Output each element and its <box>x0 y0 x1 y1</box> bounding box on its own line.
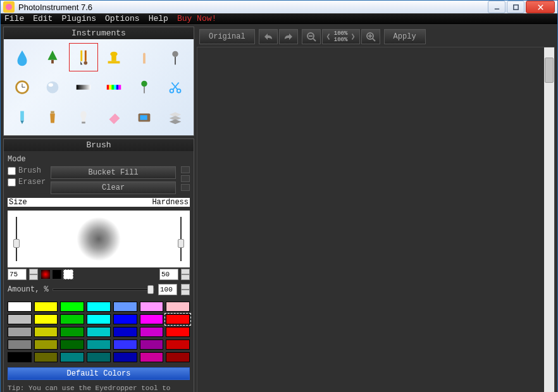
redo-button[interactable] <box>279 29 298 44</box>
color-swatch[interactable] <box>87 340 111 350</box>
brush-checkbox[interactable] <box>8 167 16 175</box>
instrument-marker[interactable] <box>8 103 37 132</box>
color-swatch[interactable] <box>8 340 32 350</box>
hardness-spinner[interactable] <box>181 269 190 280</box>
menu-options[interactable]: Options <box>105 14 140 23</box>
apply-button[interactable]: Apply <box>384 29 426 44</box>
menu-plugins[interactable]: Plugins <box>61 14 96 23</box>
canvas-area[interactable] <box>197 47 555 392</box>
instrument-scissors[interactable] <box>161 73 190 101</box>
default-colors-button[interactable]: Default Colors <box>8 367 190 380</box>
eraser-checkbox[interactable] <box>8 178 16 187</box>
color-swatch[interactable] <box>140 340 164 350</box>
maximize-button[interactable] <box>507 1 524 13</box>
size-input[interactable] <box>8 269 27 280</box>
color-swatch[interactable] <box>140 352 164 362</box>
instrument-brush[interactable] <box>69 43 98 71</box>
color-swatch[interactable] <box>166 314 190 324</box>
instruments-title: Instruments <box>4 27 194 39</box>
color-swatch[interactable] <box>34 340 58 350</box>
instrument-tree[interactable] <box>38 43 67 71</box>
color-swatch[interactable] <box>34 327 58 337</box>
mode-stepper[interactable] <box>181 166 190 191</box>
color-swatch[interactable] <box>166 302 190 312</box>
instrument-stamp[interactable] <box>99 43 128 71</box>
size-slider[interactable] <box>16 217 17 261</box>
stroke-hard-icon[interactable] <box>52 269 62 279</box>
color-swatch[interactable] <box>8 314 32 324</box>
amount-spinner[interactable] <box>181 284 190 295</box>
color-swatch[interactable] <box>113 327 137 337</box>
instrument-pin[interactable] <box>161 43 190 71</box>
color-swatch[interactable] <box>166 340 190 350</box>
color-swatch[interactable] <box>87 302 111 312</box>
color-swatch[interactable] <box>8 302 32 312</box>
color-swatch[interactable] <box>60 314 84 324</box>
original-button[interactable]: Original <box>199 29 255 44</box>
color-swatch[interactable] <box>60 327 84 337</box>
zoom-in-button[interactable] <box>361 29 380 44</box>
zoom-reset-button[interactable]: 100%100% <box>322 29 360 44</box>
stroke-none-icon[interactable] <box>63 269 73 279</box>
instrument-pushpin[interactable] <box>130 73 159 101</box>
color-swatch[interactable] <box>60 340 84 350</box>
color-swatch[interactable] <box>87 314 111 324</box>
bucket-fill-button[interactable]: Bucket Fill <box>51 166 176 179</box>
color-swatch[interactable] <box>140 314 164 324</box>
undo-button[interactable] <box>259 29 278 44</box>
menu-file[interactable]: File <box>4 14 24 23</box>
clear-button[interactable]: Clear <box>51 181 176 194</box>
color-swatch[interactable] <box>60 302 84 312</box>
menu-help[interactable]: Help <box>149 14 168 23</box>
menu-edit[interactable]: Edit <box>33 14 53 23</box>
svg-point-25 <box>142 81 147 87</box>
color-swatch[interactable] <box>34 302 58 312</box>
instrument-bottle[interactable] <box>38 103 67 132</box>
color-swatch[interactable] <box>166 352 190 362</box>
amount-input[interactable] <box>158 284 177 295</box>
instrument-rainbow[interactable] <box>99 73 128 101</box>
instrument-gradient[interactable] <box>69 73 98 101</box>
color-swatch[interactable] <box>8 327 32 337</box>
hardness-slider[interactable] <box>180 217 182 261</box>
close-button[interactable] <box>526 1 555 13</box>
color-swatch[interactable] <box>113 340 137 350</box>
color-swatch[interactable] <box>140 302 164 312</box>
color-swatch[interactable] <box>140 327 164 337</box>
instrument-layers[interactable] <box>161 103 190 132</box>
instrument-bulb[interactable] <box>69 103 98 132</box>
menu-buy-now[interactable]: Buy Now! <box>177 14 216 23</box>
zoom-out-button[interactable] <box>302 29 321 44</box>
instrument-sphere[interactable] <box>38 73 67 101</box>
color-swatch[interactable] <box>113 352 137 362</box>
color-swatch[interactable] <box>87 352 111 362</box>
svg-line-37 <box>313 39 316 41</box>
color-swatch[interactable] <box>87 327 111 337</box>
color-swatch[interactable] <box>166 327 190 337</box>
brush-checkbox-row[interactable]: Brush <box>8 166 46 175</box>
color-swatch[interactable] <box>8 352 32 362</box>
svg-rect-1 <box>513 4 518 9</box>
hardness-input[interactable] <box>159 269 178 280</box>
instrument-eraser[interactable] <box>99 103 128 132</box>
color-swatch[interactable] <box>60 352 84 362</box>
minimize-button[interactable] <box>488 1 505 13</box>
instrument-finger[interactable] <box>130 43 159 71</box>
stroke-type-swatches <box>40 269 73 279</box>
vertical-scrollbar[interactable] <box>544 47 554 392</box>
instrument-tv[interactable] <box>130 103 159 132</box>
color-swatch[interactable] <box>113 314 137 324</box>
instrument-drop[interactable] <box>8 43 37 71</box>
amount-slider[interactable] <box>53 288 154 291</box>
color-swatch[interactable] <box>34 352 58 362</box>
size-spinner[interactable] <box>29 269 38 280</box>
stroke-soft-icon[interactable] <box>40 269 51 279</box>
svg-rect-8 <box>108 61 120 63</box>
eraser-checkbox-row[interactable]: Eraser <box>8 178 46 187</box>
instrument-clock[interactable] <box>8 73 37 101</box>
color-swatch[interactable] <box>113 302 137 312</box>
svg-point-16 <box>47 82 59 94</box>
color-swatch[interactable] <box>34 314 58 324</box>
right-panel: Original 100%100% Apply <box>197 24 557 392</box>
zoom-percent-label: 100%100% <box>334 30 348 43</box>
